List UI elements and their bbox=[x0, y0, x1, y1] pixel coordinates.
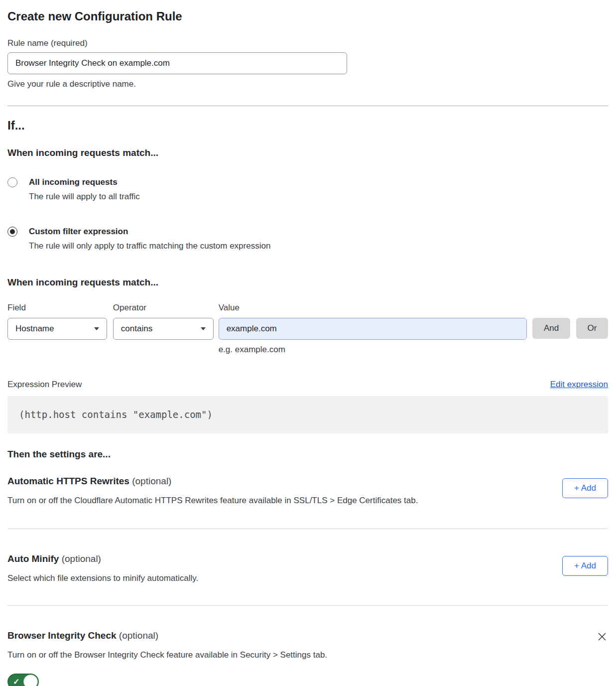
or-button[interactable]: Or bbox=[576, 318, 608, 339]
radio-all-incoming-requests[interactable] bbox=[7, 177, 17, 187]
setting-description: Select which file extensions to minify a… bbox=[7, 573, 198, 584]
expression-preview-label: Expression Preview bbox=[7, 379, 82, 390]
radio-option-description: The rule will only apply to traffic matc… bbox=[29, 241, 270, 252]
radio-option-label: All incoming requests bbox=[29, 177, 118, 187]
page-title: Create new Configuration Rule bbox=[7, 9, 608, 24]
setting-description: Turn on or off the Browser Integrity Che… bbox=[7, 650, 327, 661]
add-automatic-https-rewrites-button[interactable]: + Add bbox=[562, 478, 608, 498]
setting-description: Turn on or off the Cloudflare Automatic … bbox=[7, 495, 418, 506]
field-select[interactable]: Hostname bbox=[7, 318, 107, 340]
setting-title: Browser Integrity Check (optional) bbox=[7, 630, 327, 642]
chevron-down-icon bbox=[94, 327, 99, 330]
setting-automatic-https-rewrites: Automatic HTTPS Rewrites (optional) Turn… bbox=[7, 475, 608, 506]
field-label: Field bbox=[7, 302, 107, 313]
expression-builder-row: Field Hostname Operator contains Value e… bbox=[7, 302, 608, 355]
value-input[interactable] bbox=[219, 318, 527, 340]
section-divider bbox=[7, 605, 608, 606]
browser-integrity-check-toggle[interactable]: ✓ bbox=[7, 674, 39, 686]
radio-custom-filter-expression[interactable] bbox=[7, 227, 17, 237]
operator-select-value: contains bbox=[121, 324, 152, 334]
and-button[interactable]: And bbox=[532, 318, 570, 339]
operator-label: Operator bbox=[113, 302, 214, 313]
radio-option-custom-filter-expression[interactable]: Custom filter expression The rule will o… bbox=[7, 226, 608, 252]
section-divider bbox=[7, 529, 608, 529]
section-divider bbox=[7, 106, 608, 106]
optional-tag: (optional) bbox=[119, 630, 158, 641]
if-heading: If... bbox=[7, 118, 608, 133]
close-icon[interactable] bbox=[596, 631, 608, 643]
radio-option-description: The rule will apply to all traffic bbox=[29, 191, 140, 202]
create-configuration-rule-page: Create new Configuration Rule Rule name … bbox=[0, 0, 616, 686]
check-icon: ✓ bbox=[13, 678, 19, 686]
value-helper: e.g. example.com bbox=[219, 344, 527, 355]
field-select-value: Hostname bbox=[15, 324, 54, 334]
setting-title: Auto Minify (optional) bbox=[7, 553, 198, 565]
value-label: Value bbox=[219, 302, 527, 313]
rule-name-helper: Give your rule a descriptive name. bbox=[7, 79, 608, 90]
settings-heading: Then the settings are... bbox=[7, 448, 608, 460]
setting-browser-integrity-check: Browser Integrity Check (optional) Turn … bbox=[7, 630, 608, 661]
match-heading: When incoming requests match... bbox=[7, 147, 608, 159]
radio-option-label: Custom filter expression bbox=[29, 227, 128, 236]
optional-tag: (optional) bbox=[62, 553, 101, 564]
chevron-down-icon bbox=[201, 327, 206, 330]
expression-preview-code: (http.host contains "example.com") bbox=[7, 396, 608, 433]
toggle-knob bbox=[24, 675, 37, 686]
rule-name-input[interactable] bbox=[7, 52, 347, 74]
radio-option-all-incoming-requests[interactable]: All incoming requests The rule will appl… bbox=[7, 177, 608, 202]
add-auto-minify-button[interactable]: + Add bbox=[562, 556, 608, 576]
optional-tag: (optional) bbox=[132, 476, 171, 486]
edit-expression-link[interactable]: Edit expression bbox=[550, 379, 608, 390]
setting-auto-minify: Auto Minify (optional) Select which file… bbox=[7, 553, 608, 584]
expression-builder-heading: When incoming requests match... bbox=[7, 276, 608, 288]
operator-select[interactable]: contains bbox=[113, 318, 214, 340]
setting-title: Automatic HTTPS Rewrites (optional) bbox=[7, 475, 418, 487]
rule-name-label: Rule name (required) bbox=[7, 38, 608, 49]
